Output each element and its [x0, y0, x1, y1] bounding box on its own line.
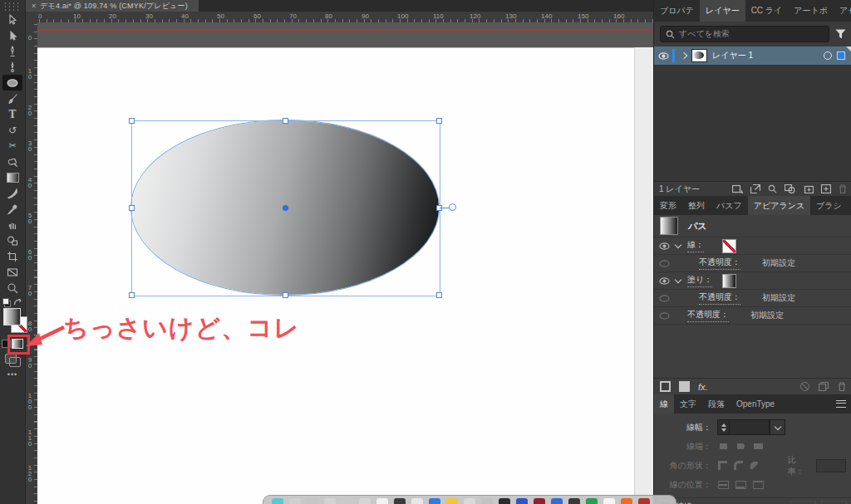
- visibility-eye-icon[interactable]: [654, 312, 674, 320]
- type-tool-icon[interactable]: T: [2, 106, 22, 122]
- tab-symbols[interactable]: シンボ: [848, 196, 851, 215]
- stroke-weight-stepper[interactable]: [717, 419, 730, 435]
- visibility-eye-icon[interactable]: [654, 277, 674, 285]
- duplicate-item-icon[interactable]: [819, 382, 829, 391]
- collect-export-icon[interactable]: [732, 184, 743, 193]
- pen-tool-icon[interactable]: [2, 43, 22, 59]
- shape-builder-tool-icon[interactable]: [2, 232, 22, 248]
- selection-tool-icon[interactable]: [2, 12, 22, 27]
- dock-app-icon[interactable]: [534, 498, 545, 504]
- selection-handle[interactable]: [129, 118, 135, 124]
- hand-tool-icon[interactable]: [2, 217, 22, 232]
- curvature-tool-icon[interactable]: [2, 59, 22, 75]
- add-new-stroke-icon[interactable]: [660, 381, 671, 392]
- selection-handle[interactable]: [283, 292, 288, 298]
- more-tools-button[interactable]: •••: [7, 370, 17, 379]
- dash-preserve-button[interactable]: [790, 501, 816, 504]
- tab-opentype[interactable]: OpenType: [730, 394, 780, 413]
- dock-app-icon[interactable]: [638, 498, 650, 504]
- dock-app-icon[interactable]: [481, 498, 493, 504]
- layer-row[interactable]: レイヤー 1: [654, 46, 851, 65]
- ellipse-tool-icon[interactable]: [2, 75, 22, 91]
- dock-app-icon[interactable]: [289, 498, 301, 504]
- object-center-point[interactable]: [283, 205, 288, 211]
- dock-app-icon[interactable]: [446, 498, 458, 504]
- layer-thumbnail[interactable]: [691, 49, 707, 62]
- dock-app-icon[interactable]: [394, 498, 406, 504]
- tab-pathfinder[interactable]: パスフ: [711, 196, 748, 215]
- cap-round-button[interactable]: [735, 441, 747, 452]
- join-bevel-button[interactable]: [749, 460, 760, 471]
- layer-name[interactable]: レイヤー 1: [712, 50, 753, 61]
- panel-menu-icon[interactable]: [830, 394, 851, 413]
- macos-dock[interactable]: [263, 495, 676, 504]
- make-mask-icon[interactable]: [785, 184, 795, 193]
- selection-handle[interactable]: [283, 118, 288, 124]
- stroke-none-swatch[interactable]: [722, 239, 736, 253]
- miter-ratio-field[interactable]: [816, 459, 846, 472]
- dock-app-icon[interactable]: [516, 498, 528, 504]
- tab-cc-libraries[interactable]: CC ライ: [745, 0, 789, 22]
- dock-app-icon[interactable]: [272, 498, 283, 504]
- tab-paragraph[interactable]: 段落: [702, 394, 730, 413]
- tab-assets[interactable]: アセット: [834, 0, 851, 22]
- slice-tool-icon[interactable]: [2, 264, 22, 280]
- expand-chevron-icon[interactable]: [681, 52, 687, 59]
- zoom-tool-icon[interactable]: [2, 280, 22, 296]
- stroke-link[interactable]: 線：: [687, 239, 704, 252]
- tab-align[interactable]: 整列: [682, 196, 711, 215]
- search-input[interactable]: すべてを検索: [660, 26, 829, 42]
- layer-selection-chip[interactable]: [837, 51, 845, 60]
- fill-link[interactable]: 塗り：: [687, 274, 712, 287]
- scissors-tool-icon[interactable]: ✂: [2, 138, 22, 154]
- locate-object-icon[interactable]: [768, 184, 777, 193]
- appearance-row-path-opacity[interactable]: 不透明度： 初期設定: [654, 306, 851, 324]
- shaper-tool-icon[interactable]: [2, 154, 22, 169]
- direct-selection-tool-icon[interactable]: [2, 27, 22, 43]
- opacity-link[interactable]: 不透明度：: [699, 291, 740, 305]
- cap-butt-button[interactable]: [717, 441, 730, 452]
- dock-app-icon[interactable]: [586, 498, 598, 504]
- clear-appearance-icon[interactable]: [800, 382, 809, 391]
- appearance-row-stroke[interactable]: 線：: [654, 237, 851, 254]
- appearance-row-stroke-opacity[interactable]: 不透明度： 初期設定: [654, 254, 851, 272]
- new-sublayer-icon[interactable]: [803, 184, 814, 193]
- chevron-down-icon[interactable]: [675, 276, 681, 283]
- selection-handle[interactable]: [129, 205, 135, 211]
- paintbrush-tool-icon[interactable]: [2, 91, 22, 106]
- rotate-widget-handle[interactable]: [449, 203, 456, 211]
- tab-character[interactable]: 文字: [674, 394, 702, 413]
- dock-app-icon[interactable]: [429, 498, 440, 504]
- cap-projecting-button[interactable]: [752, 441, 765, 452]
- add-effect-icon[interactable]: fx.: [698, 382, 708, 392]
- visibility-eye-icon[interactable]: [654, 260, 674, 267]
- fill-stroke-proxy[interactable]: [0, 307, 25, 335]
- dock-app-icon[interactable]: [376, 498, 388, 504]
- layer-target-icon[interactable]: [824, 51, 832, 60]
- trash-icon[interactable]: [839, 184, 847, 193]
- export-icon[interactable]: [750, 184, 760, 193]
- opacity-link[interactable]: 不透明度：: [699, 257, 740, 270]
- tab-transform[interactable]: 変形: [654, 196, 682, 215]
- dock-app-icon[interactable]: [359, 498, 371, 504]
- dock-app-icon[interactable]: [342, 498, 353, 504]
- trash-icon[interactable]: [838, 382, 846, 391]
- layers-list-empty-area[interactable]: [654, 65, 851, 181]
- close-tab-icon[interactable]: ×: [32, 2, 36, 10]
- fill-gradient-swatch[interactable]: [722, 274, 736, 288]
- filter-funnel-icon[interactable]: [835, 29, 846, 39]
- chevron-down-icon[interactable]: [675, 242, 681, 248]
- dock-app-icon[interactable]: [411, 498, 423, 504]
- appearance-row-fill-opacity[interactable]: 不透明度： 初期設定: [654, 289, 851, 306]
- tab-properties[interactable]: プロパテ: [654, 0, 700, 22]
- toolbar-grip[interactable]: [3, 2, 22, 12]
- fill-swatch[interactable]: [3, 308, 21, 325]
- stroke-weight-dropdown[interactable]: [770, 419, 785, 435]
- tab-stroke[interactable]: 線: [654, 394, 674, 413]
- gradient-tool-icon[interactable]: [2, 169, 22, 185]
- dash-align-button[interactable]: [821, 501, 847, 504]
- tab-artboards[interactable]: アートボ: [788, 0, 834, 22]
- dock-app-icon[interactable]: [499, 498, 510, 504]
- dock-app-icon[interactable]: [603, 498, 615, 504]
- selection-handle[interactable]: [436, 292, 442, 298]
